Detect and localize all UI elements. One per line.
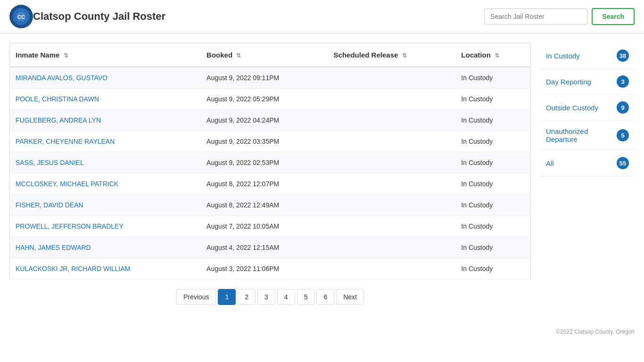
cell-location: In Custody (455, 173, 530, 195)
search-button[interactable]: Search (592, 8, 635, 25)
table-row: POOLE, CHRISTINA DAWNAugust 9, 2022 05:2… (10, 89, 531, 110)
cell-location: In Custody (455, 216, 530, 237)
cell-booked: August 7, 2022 10:05AM (201, 216, 328, 237)
table-row: MIRANDA AVALOS, GUSTAVOAugust 9, 2022 09… (10, 67, 531, 89)
table-row: PARKER, CHEYENNE RAYLEANAugust 9, 2022 0… (10, 131, 531, 152)
col-header-booked[interactable]: Booked ⇅ (201, 43, 328, 67)
inmate-link[interactable]: KULACKOSKI JR, RICHARD WILLIAM (16, 265, 131, 272)
cell-scheduled-release (328, 195, 456, 216)
footer: ©2022 Clatsop County, Oregon (0, 324, 644, 340)
table-row: PROWELL, JEFFERSON BRADLEYAugust 7, 2022… (10, 216, 531, 237)
cell-scheduled-release (328, 110, 456, 131)
inmate-link[interactable]: PARKER, CHEYENNE RAYLEAN (16, 138, 115, 145)
pagination-page-4[interactable]: 4 (277, 289, 295, 305)
roster-table: Inmate Name ⇅ Booked ⇅ Scheduled Release… (9, 43, 531, 280)
pagination-previous[interactable]: Previous (176, 289, 216, 305)
cell-inmate-name: PARKER, CHEYENNE RAYLEAN (10, 131, 201, 152)
cell-scheduled-release (328, 67, 456, 89)
inmate-link[interactable]: FUGLEBERG, ANDREA LYN (16, 116, 101, 124)
table-row: SASS, JESUS DANIELAugust 9, 2022 02:53PM… (10, 152, 531, 173)
cell-inmate-name: MIRANDA AVALOS, GUSTAVO (10, 67, 201, 89)
sort-icon-booked: ⇅ (236, 52, 241, 59)
pagination-next[interactable]: Next (336, 289, 364, 305)
cell-booked: August 8, 2022 12:07PM (201, 173, 328, 195)
inmate-link[interactable]: HAHN, JAMES EDWARD (16, 244, 91, 251)
inmate-link[interactable]: PROWELL, JEFFERSON BRADLEY (16, 222, 124, 230)
table-row: KULACKOSKI JR, RICHARD WILLIAMAugust 3, … (10, 258, 531, 280)
pagination-page-2[interactable]: 2 (238, 289, 256, 305)
pagination-page-5[interactable]: 5 (297, 289, 315, 305)
cell-inmate-name: KULACKOSKI JR, RICHARD WILLIAM (10, 258, 201, 280)
cell-booked: August 3, 2022 11:06PM (201, 258, 328, 280)
cell-booked: August 9, 2022 03:35PM (201, 131, 328, 152)
table-row: FUGLEBERG, ANDREA LYNAugust 9, 2022 04:2… (10, 110, 531, 131)
cell-location: In Custody (455, 237, 530, 258)
pagination-page-6[interactable]: 6 (316, 289, 334, 305)
logo: CC (9, 5, 33, 28)
footer-text: ©2022 Clatsop County, Oregon (556, 329, 635, 335)
cell-booked: August 9, 2022 09:11PM (201, 67, 328, 89)
search-input[interactable] (484, 8, 588, 25)
cell-inmate-name: PROWELL, JEFFERSON BRADLEY (10, 216, 201, 237)
cell-location: In Custody (455, 89, 530, 110)
sidebar-label-unauthorized-departure: Unauthorized Departure (546, 127, 617, 143)
sidebar-label-all: All (546, 159, 554, 167)
cell-scheduled-release (328, 237, 456, 258)
cell-scheduled-release (328, 89, 456, 110)
sidebar-item-outside-custody[interactable]: Outside Custody 9 (540, 95, 635, 121)
col-header-name[interactable]: Inmate Name ⇅ (10, 43, 201, 67)
table-row: FISHER, DAVID DEANAugust 8, 2022 12:49AM… (10, 195, 531, 216)
cell-location: In Custody (455, 195, 530, 216)
sidebar-badge-unauthorized-departure: 5 (617, 129, 629, 141)
inmate-link[interactable]: FISHER, DAVID DEAN (16, 201, 83, 209)
sort-icon-name: ⇅ (64, 52, 68, 59)
cell-booked: August 4, 2022 12:15AM (201, 237, 328, 258)
cell-booked: August 9, 2022 02:53PM (201, 152, 328, 173)
cell-location: In Custody (455, 67, 530, 89)
pagination-page-3[interactable]: 3 (257, 289, 275, 305)
cell-scheduled-release (328, 152, 456, 173)
cell-scheduled-release (328, 216, 456, 237)
cell-location: In Custody (455, 110, 530, 131)
inmate-link[interactable]: POOLE, CHRISTINA DAWN (16, 95, 99, 103)
table-header: Inmate Name ⇅ Booked ⇅ Scheduled Release… (10, 43, 531, 67)
sidebar-item-day-reporting[interactable]: Day Reporting 3 (540, 69, 635, 95)
cell-inmate-name: FUGLEBERG, ANDREA LYN (10, 110, 201, 131)
cell-location: In Custody (455, 258, 530, 280)
col-header-scheduled-release[interactable]: Scheduled Release ⇅ (328, 43, 456, 67)
svg-text:CC: CC (17, 14, 25, 20)
sidebar-badge-outside-custody: 9 (617, 101, 629, 114)
cell-scheduled-release (328, 258, 456, 280)
sort-icon-location: ⇅ (495, 52, 499, 59)
table-row: HAHN, JAMES EDWARDAugust 4, 2022 12:15AM… (10, 237, 531, 258)
pagination-page-1[interactable]: 1 (218, 289, 236, 305)
cell-location: In Custody (455, 152, 530, 173)
sidebar-badge-day-reporting: 3 (617, 75, 629, 88)
page-title: Clatsop County Jail Roster (33, 10, 484, 23)
sidebar-label-day-reporting: Day Reporting (546, 78, 591, 86)
cell-location: In Custody (455, 131, 530, 152)
cell-inmate-name: HAHN, JAMES EDWARD (10, 237, 201, 258)
inmate-link[interactable]: MIRANDA AVALOS, GUSTAVO (16, 74, 107, 82)
sidebar-label-in-custody: In Custody (546, 52, 580, 60)
cell-inmate-name: SASS, JESUS DANIEL (10, 152, 201, 173)
cell-inmate-name: POOLE, CHRISTINA DAWN (10, 89, 201, 110)
cell-inmate-name: MCCLOSKEY, MICHAEL PATRICK (10, 173, 201, 195)
sidebar-badge-in-custody: 38 (617, 49, 629, 62)
inmate-link[interactable]: SASS, JESUS DANIEL (16, 159, 84, 166)
cell-booked: August 9, 2022 04:24PM (201, 110, 328, 131)
header: CC Clatsop County Jail Roster Search (0, 0, 644, 33)
table-body: MIRANDA AVALOS, GUSTAVOAugust 9, 2022 09… (10, 67, 531, 280)
cell-booked: August 9, 2022 05:29PM (201, 89, 328, 110)
sidebar-item-all[interactable]: All 55 (540, 150, 635, 176)
table-area: Inmate Name ⇅ Booked ⇅ Scheduled Release… (9, 43, 531, 314)
search-area: Search (484, 8, 635, 25)
col-header-location[interactable]: Location ⇅ (455, 43, 530, 67)
cell-scheduled-release (328, 173, 456, 195)
sidebar-item-in-custody[interactable]: In Custody 38 (540, 43, 635, 69)
sort-icon-release: ⇅ (402, 52, 407, 59)
main-content: Inmate Name ⇅ Booked ⇅ Scheduled Release… (0, 33, 644, 324)
sidebar-item-unauthorized-departure[interactable]: Unauthorized Departure 5 (540, 121, 635, 150)
inmate-link[interactable]: MCCLOSKEY, MICHAEL PATRICK (16, 180, 118, 188)
cell-scheduled-release (328, 131, 456, 152)
